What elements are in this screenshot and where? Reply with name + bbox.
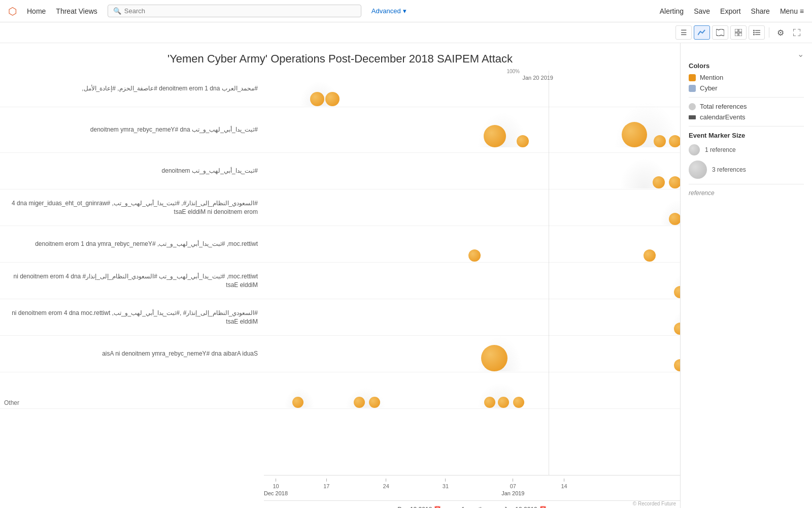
svg-point-10 — [753, 34, 755, 36]
calendar-label: calendarEvents — [700, 113, 746, 121]
bubble[interactable] — [310, 92, 324, 106]
jan20-line — [549, 71, 549, 475]
advanced-label: Advanced — [371, 7, 401, 15]
bubble[interactable] — [468, 249, 481, 262]
legend-cyber: Cyber — [689, 84, 804, 92]
bubble[interactable] — [669, 176, 680, 188]
bubble[interactable] — [325, 92, 340, 106]
bubble[interactable] — [513, 397, 524, 408]
table-row: twitter.com, #ثبت_يدا_أبي_لهب_و_تب, #Yem… — [0, 226, 680, 263]
size-lg-bubble — [689, 161, 707, 179]
nav-home[interactable]: Home — [27, 7, 46, 15]
bubble[interactable] — [644, 249, 656, 262]
row-chart — [264, 72, 680, 106]
row-chart — [264, 113, 680, 147]
total-refs-label: Total references — [700, 103, 747, 110]
logo-icon: ⬡ — [8, 5, 17, 17]
map-view-button[interactable] — [712, 25, 728, 40]
bubble[interactable] — [484, 125, 506, 147]
grid-view-button[interactable] — [730, 25, 747, 40]
nav-right: Alerting Save Export Share Menu ≡ — [660, 7, 804, 15]
start-date: Dec 12 2018 📅 — [397, 506, 441, 509]
x-tick: 07 Jan 2019 — [501, 479, 524, 496]
size-3-label: 3 references — [712, 166, 746, 173]
bullet-view-button[interactable] — [749, 25, 765, 40]
legend-divider-3 — [689, 184, 804, 184]
x-tick: 24 — [383, 479, 389, 489]
end-date-label: Jan 18 2019 — [504, 506, 537, 509]
expand-button[interactable] — [790, 25, 804, 40]
advanced-button[interactable]: Advanced ▾ — [371, 7, 407, 15]
bubble[interactable] — [654, 135, 666, 147]
main-content: 'Yemen Cyber Army' Operations Post-Decem… — [0, 43, 812, 508]
svg-rect-3 — [735, 33, 738, 36]
colors-title: Colors — [689, 62, 804, 70]
rows-container: #محمد_العرب and 1 more mentioned #عاصفة_… — [0, 71, 680, 475]
row-label: #محمد_العرب and 1 more mentioned #عاصفة_… — [0, 80, 264, 97]
row-chart — [264, 190, 680, 225]
alerting-button[interactable]: Alerting — [660, 7, 684, 15]
settings-button[interactable]: ⚙ — [773, 25, 788, 40]
menu-button[interactable]: Menu ≡ — [780, 7, 804, 15]
search-input[interactable] — [124, 7, 356, 15]
table-row: #محمد_العرب and 1 more mentioned #عاصفة_… — [0, 71, 680, 107]
row-label: #السعودي_النظام_إلى_إنذار#, #ثبت_يدا_أبي… — [0, 195, 264, 220]
bubble[interactable] — [484, 397, 495, 408]
row-chart — [264, 337, 680, 371]
svg-rect-1 — [735, 29, 738, 32]
bubble[interactable] — [653, 176, 665, 188]
share-button[interactable]: Share — [751, 7, 770, 15]
table-row: #السعودي_النظام_إلى_إنذار#, #ثبت_يدا_أبي… — [0, 189, 680, 226]
mention-label: Mention — [700, 74, 723, 81]
bubble[interactable] — [481, 345, 507, 371]
event-marker-size-title: Event Marker Size — [689, 132, 804, 139]
bubble[interactable] — [517, 135, 529, 147]
row-chart — [264, 227, 680, 262]
list-view-button[interactable]: ☰ — [675, 25, 692, 40]
percent-label: 100% — [506, 69, 520, 74]
calendar-swatch — [689, 115, 696, 119]
date-range-bar: Dec 12 2018 📅 1 month Jan 18 2019 📅 — [264, 500, 680, 508]
save-button[interactable]: Save — [694, 7, 710, 15]
bubble[interactable] — [498, 397, 509, 408]
size-1-ref: 1 reference — [689, 144, 804, 155]
legend-divider-2 — [689, 126, 804, 126]
end-date: Jan 18 2019 📅 — [504, 506, 547, 509]
row-label: twitter.com, #ثبت_يدا_أبي_لهب_و_تب, #Yem… — [0, 236, 264, 252]
svg-marker-0 — [716, 29, 724, 36]
cyber-color-swatch — [689, 85, 696, 92]
legend-collapse-button[interactable]: ⌄ — [689, 49, 804, 59]
toolbar: ☰ ⚙ — [0, 22, 812, 43]
bubble[interactable] — [674, 359, 680, 371]
start-date-label: Dec 12 2018 — [397, 506, 432, 509]
nav-threat-views[interactable]: Threat Views — [56, 7, 97, 15]
bubble[interactable] — [354, 397, 365, 408]
export-button[interactable]: Export — [720, 7, 740, 15]
size-sm-bubble — [689, 144, 700, 155]
bubble[interactable] — [669, 213, 680, 225]
svg-point-9 — [753, 32, 755, 34]
legend-mention: Mention — [689, 74, 804, 81]
other-row-chart — [264, 373, 680, 408]
chart-area: 'Yemen Cyber Army' Operations Post-Decem… — [0, 43, 680, 508]
bubble[interactable] — [292, 397, 303, 408]
cyber-label: Cyber — [700, 84, 718, 92]
size-1-label: 1 reference — [705, 146, 736, 153]
x-tick: 31 — [443, 479, 449, 489]
chart-view-button[interactable] — [694, 25, 710, 40]
mention-color-swatch — [689, 74, 696, 81]
row-label: #ثبت_يدا_أبي_لهب_و_تب and #Yemen_cyber_a… — [0, 121, 264, 138]
row-label: #ثبت_يدا_أبي_لهب_و_تب mentioned — [0, 163, 264, 179]
reference-note: reference — [689, 189, 804, 197]
bubble[interactable] — [369, 397, 380, 408]
bubble[interactable] — [622, 122, 647, 147]
search-bar: 🔍 — [108, 5, 361, 17]
row-chart — [264, 264, 680, 298]
logo[interactable]: ⬡ — [8, 5, 17, 17]
row-label: twitter.com, #ثبت_يدا_أبي_لهب_و_تب #السع… — [0, 268, 264, 294]
table-row: twitter.com, #ثبت_يدا_أبي_لهب_و_تب #السع… — [0, 263, 680, 299]
bubble[interactable] — [669, 135, 680, 147]
row-chart — [264, 154, 680, 188]
calendar-icon: 📅 — [434, 506, 441, 508]
legend-panel: ⌄ Colors Mention Cyber Total references … — [680, 43, 812, 508]
